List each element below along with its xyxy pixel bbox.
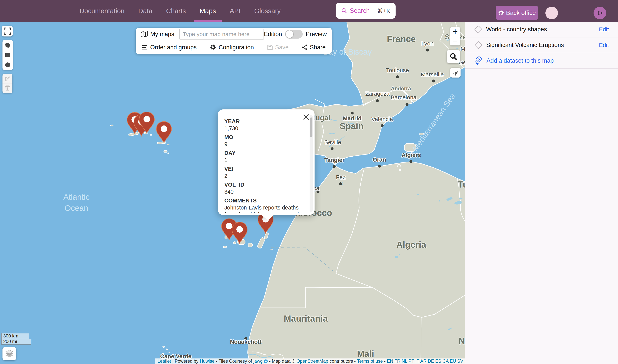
add-dataset-row[interactable]: Add a dataset to this map bbox=[465, 53, 618, 69]
edition-preview-toggle[interactable] bbox=[285, 30, 303, 39]
zoom-out-button[interactable]: − bbox=[450, 36, 460, 45]
city-label: Zaragoza bbox=[365, 91, 390, 97]
nav-item-documentation[interactable]: Documentation bbox=[73, 0, 131, 22]
add-dataset-icon bbox=[474, 56, 483, 65]
popup-tail bbox=[261, 214, 275, 220]
popup-field-label: YEAR bbox=[224, 118, 306, 125]
city-label: Marseille bbox=[421, 71, 444, 78]
fullscreen-button[interactable] bbox=[2, 26, 13, 37]
layer-name: World - country shapes bbox=[486, 26, 547, 33]
nav-item-maps[interactable]: Maps bbox=[193, 0, 223, 22]
city-dot bbox=[351, 112, 354, 115]
popup-field: YEAR1,730 bbox=[224, 118, 306, 132]
terms-of-use-link[interactable]: Terms of use bbox=[357, 359, 383, 364]
country-border bbox=[421, 317, 421, 364]
locate-button[interactable] bbox=[450, 68, 460, 78]
city-label: Fez bbox=[336, 174, 346, 180]
search-shortcut: ⌘+K bbox=[377, 7, 390, 14]
draw-rectangle-button[interactable] bbox=[2, 50, 13, 60]
layer-shape-icon bbox=[474, 26, 482, 33]
global-search-button[interactable]: Search ⌘+K bbox=[336, 3, 396, 19]
nav-item-charts[interactable]: Charts bbox=[159, 0, 193, 22]
share-button[interactable]: Share bbox=[302, 44, 326, 51]
save-button[interactable]: Save bbox=[267, 44, 289, 51]
back-office-button[interactable]: Back office bbox=[496, 6, 538, 20]
user-avatar[interactable] bbox=[545, 7, 558, 19]
toggle-knob bbox=[286, 30, 293, 38]
configuration-button[interactable]: Configuration bbox=[210, 44, 254, 51]
city-label: Barcelona bbox=[390, 94, 416, 101]
island bbox=[223, 246, 227, 248]
save-icon bbox=[267, 44, 273, 50]
city-dot bbox=[331, 147, 334, 150]
my-maps-button[interactable]: My maps bbox=[150, 31, 174, 38]
layer-row[interactable]: Significant Volcanic EruptionsEdit bbox=[465, 38, 618, 53]
trash-icon bbox=[5, 85, 10, 91]
city-label: Lyon bbox=[421, 40, 434, 47]
logout-icon bbox=[597, 10, 603, 16]
country-label: Niger bbox=[459, 336, 465, 346]
locate-arrow-icon bbox=[452, 69, 459, 76]
map-name-input[interactable] bbox=[179, 29, 264, 39]
nav-item-glossary[interactable]: Glossary bbox=[247, 0, 287, 22]
city-dot bbox=[333, 165, 336, 168]
jawg-link[interactable]: jawg bbox=[253, 359, 263, 364]
popup-field-value: 2 bbox=[224, 172, 306, 180]
city-dot bbox=[376, 99, 379, 102]
layer-edit-link[interactable]: Edit bbox=[599, 26, 609, 33]
layers-button[interactable] bbox=[2, 347, 16, 360]
island bbox=[110, 125, 113, 126]
zoom-in-button[interactable]: + bbox=[450, 27, 460, 36]
openstreetmap-link[interactable]: OpenStreetMap bbox=[296, 359, 328, 364]
nav-item-data[interactable]: Data bbox=[131, 0, 159, 22]
map-search-button[interactable] bbox=[447, 50, 460, 63]
language-links[interactable]: EN FR NL PT IT AR DE ES CA EU SV bbox=[387, 359, 463, 364]
country-label: Mali bbox=[357, 349, 374, 359]
logout-button[interactable] bbox=[593, 7, 606, 19]
water-label: Atlantic bbox=[63, 193, 90, 201]
preview-label: Preview bbox=[306, 31, 327, 38]
leaflet-link[interactable]: Leaflet bbox=[158, 359, 171, 364]
draw-circle-button[interactable] bbox=[2, 60, 13, 70]
city-dot bbox=[396, 76, 399, 78]
lake bbox=[395, 256, 398, 258]
city-label: Toulouse bbox=[386, 67, 409, 73]
popup-field-label: COMMENTS bbox=[224, 197, 306, 204]
city-dot bbox=[432, 80, 435, 82]
popup-field-label: VEI bbox=[224, 165, 306, 172]
layer-row[interactable]: World - country shapesEdit bbox=[465, 22, 618, 38]
search-label: Search bbox=[350, 7, 370, 14]
draw-polygon-button[interactable] bbox=[2, 40, 13, 50]
water-label: Ocean bbox=[65, 204, 88, 213]
order-and-groups-button[interactable]: Order and groups bbox=[142, 44, 197, 51]
huwise-link[interactable]: Huwise bbox=[200, 359, 215, 364]
square-icon bbox=[5, 52, 10, 57]
popup-scroll-thumb[interactable] bbox=[310, 117, 312, 137]
popup-field: MO9 bbox=[224, 134, 306, 148]
city-dot bbox=[339, 182, 342, 185]
country-label: Andorra bbox=[391, 86, 411, 91]
popup-field-label: VOL_ID bbox=[224, 181, 306, 188]
island bbox=[150, 134, 152, 135]
edition-label: Edition bbox=[264, 31, 282, 38]
popup-field: COMMENTSJohnston-Lavis reports deaths fr… bbox=[224, 197, 306, 213]
edit-layers-button[interactable] bbox=[2, 74, 13, 83]
island bbox=[397, 165, 400, 167]
delete-layers-button[interactable] bbox=[2, 83, 13, 93]
city-label: Valencia bbox=[372, 116, 393, 122]
popup-field: VEI2 bbox=[224, 165, 306, 180]
lake bbox=[456, 48, 458, 49]
lake bbox=[416, 194, 419, 195]
popup-field: DAY1 bbox=[224, 150, 306, 164]
circle-icon bbox=[5, 62, 10, 68]
popup-scrollbar[interactable] bbox=[309, 115, 313, 212]
city-label: Seville bbox=[324, 139, 341, 145]
draw-tools bbox=[2, 40, 13, 70]
city-dot bbox=[378, 165, 381, 168]
popup-field-value: 1 bbox=[224, 156, 306, 164]
layer-edit-link[interactable]: Edit bbox=[599, 42, 609, 48]
nav-item-api[interactable]: API bbox=[223, 0, 247, 22]
popup-field-value: Johnston-Lavis reports deaths from "lava… bbox=[224, 204, 306, 213]
popup-field-label: MO bbox=[224, 134, 306, 141]
add-dataset-link[interactable]: Add a dataset to this map bbox=[474, 56, 554, 65]
